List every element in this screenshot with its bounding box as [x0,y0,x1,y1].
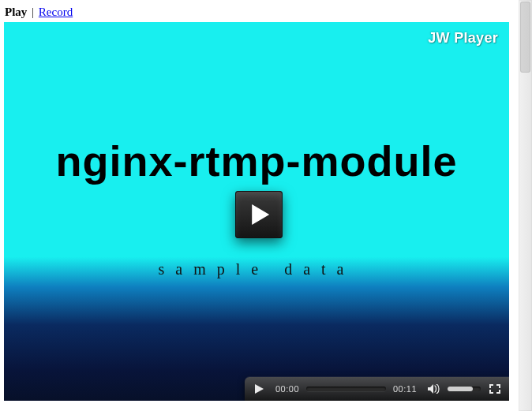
mute-button[interactable] [424,380,443,398]
volume-level [448,387,473,391]
mode-tabs: Play | Record [0,0,532,22]
video-player: nginx-rtmp-module sample data JW Player … [4,22,509,401]
fullscreen-button[interactable] [485,380,504,398]
elapsed-time: 00:00 [273,384,302,394]
scrollbar-thumb[interactable] [520,2,530,73]
control-bar: 00:00 00:11 [4,377,509,401]
poster-title: nginx-rtmp-module [4,136,509,185]
speaker-icon [428,384,440,394]
tab-separator: | [30,6,36,18]
play-button[interactable] [249,380,268,398]
svg-marker-1 [255,384,264,394]
player-watermark: JW Player [428,30,498,47]
duration-time: 00:11 [391,384,419,394]
play-icon [255,384,264,394]
fullscreen-icon [489,384,500,394]
seek-bar[interactable] [306,387,386,391]
big-play-button[interactable] [235,191,283,238]
svg-marker-0 [252,204,269,225]
poster-subtitle: sample data [4,260,509,278]
play-icon [250,204,269,225]
volume-slider[interactable] [448,387,481,391]
page-scrollbar[interactable] [519,0,532,411]
control-bar-panel: 00:00 00:11 [245,377,509,401]
control-bar-spacer [4,377,245,401]
tab-record[interactable]: Record [39,6,73,18]
tab-play[interactable]: Play [5,6,27,18]
